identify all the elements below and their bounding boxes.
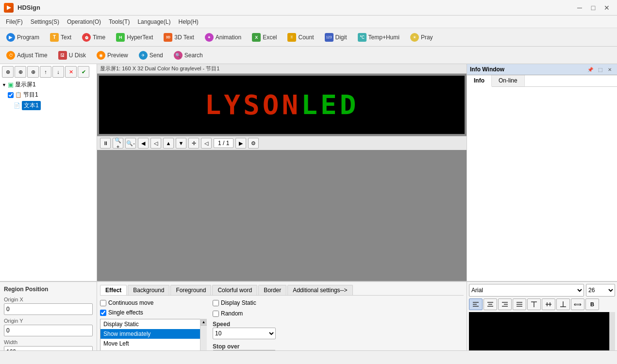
u-disk-button[interactable]: 🖫 U Disk <box>54 49 90 62</box>
info-close-button[interactable]: ✕ <box>605 66 614 73</box>
font-name-select[interactable]: Arial <box>469 284 584 297</box>
tree-btn-check[interactable]: ✔ <box>78 66 89 78</box>
info-tab-online[interactable]: On-line <box>492 75 525 86</box>
effect-item-move-left[interactable]: Move Left <box>100 339 206 348</box>
tree-btn-1[interactable]: ⊕ <box>2 66 14 78</box>
justify-icon <box>516 301 523 308</box>
text-icon: T <box>50 33 59 42</box>
prev-button[interactable]: ◀ <box>138 138 149 149</box>
menu-file[interactable]: File(F) <box>2 17 27 27</box>
center-panel: 显示屏1: 160 X 32 Dual Color No graylevel -… <box>97 64 467 281</box>
info-float-button[interactable]: ⬚ <box>596 66 604 73</box>
nav-move[interactable]: ✛ <box>188 138 199 149</box>
menu-operation[interactable]: Operation(O) <box>63 17 105 27</box>
menu-language[interactable]: Language(L) <box>133 17 174 27</box>
tree-node-label: 节目1 <box>23 91 38 99</box>
app-logo: ▶ <box>4 3 14 13</box>
toolbar-temphumi[interactable]: ℃ Temp+Humi <box>353 31 404 44</box>
nav-left[interactable]: ◁ <box>150 138 161 149</box>
speed-select[interactable]: 10 <box>213 328 276 339</box>
origin-x-input[interactable]: 0 <box>4 303 93 315</box>
close-button[interactable]: ✕ <box>600 3 613 12</box>
tab-colorful[interactable]: Colorful word <box>212 285 257 295</box>
toolbar-3dtext[interactable]: 3D 3D Text <box>159 31 198 44</box>
search-icon: 🔍 <box>174 51 183 60</box>
nav-up[interactable]: ▲ <box>163 138 174 149</box>
align-right-button[interactable] <box>498 298 512 310</box>
nav-down[interactable]: ▼ <box>176 138 186 149</box>
tab-border[interactable]: Border <box>258 285 286 295</box>
toolbar-program[interactable]: ▶ Program <box>2 31 44 44</box>
adjust-time-button[interactable]: ⏱ Adjust Time <box>2 49 52 62</box>
toolbar-count[interactable]: ⧖ Count <box>283 31 318 44</box>
origin-y-input[interactable]: 0 <box>4 325 93 336</box>
info-pin-button[interactable]: 📌 <box>586 66 595 73</box>
tree-node-checkbox[interactable] <box>8 92 14 98</box>
font-row: Arial 26 <box>469 284 615 297</box>
align-center-button[interactable] <box>484 298 497 310</box>
valign-middle-button[interactable] <box>542 298 555 310</box>
tree-node[interactable]: 📋 节目1 <box>8 90 95 100</box>
toolbar-excel[interactable]: X Excel <box>248 31 281 44</box>
tree-root[interactable]: ▼ ▣ 显示屏1 <box>2 80 95 90</box>
toolbar-animation[interactable]: ✦ Animation <box>200 31 246 44</box>
tree-toolbar: ⊕ ⊕ ⊕ ↑ ↓ ✕ ✔ <box>2 66 95 78</box>
toolbar-hypertext[interactable]: H HyperText <box>112 31 157 44</box>
tree-btn-4[interactable]: ↑ <box>40 66 51 78</box>
nav-next[interactable]: ▶ <box>235 138 246 149</box>
tab-additional[interactable]: Additional settings--> <box>287 285 352 295</box>
nav-settings[interactable]: ⚙ <box>248 138 259 149</box>
send-button[interactable]: ✈ Send <box>134 49 167 62</box>
tab-foreground[interactable]: Foreground <box>170 285 211 295</box>
maximize-button[interactable]: □ <box>587 3 600 12</box>
valign-bottom-button[interactable] <box>556 298 570 310</box>
tab-background[interactable]: Background <box>128 285 169 295</box>
display-info-text: 显示屏1: 160 X 32 Dual Color No graylevel -… <box>100 66 219 71</box>
preview-button[interactable]: ◉ Preview <box>92 49 133 62</box>
origin-y-label: Origin Y <box>4 318 93 324</box>
search-button[interactable]: 🔍 Search <box>169 49 207 62</box>
tree-btn-3[interactable]: ⊕ <box>27 66 39 78</box>
menu-tools[interactable]: Tools(T) <box>105 17 133 27</box>
pause-button[interactable]: ⏸ <box>100 138 111 149</box>
playback-controls: ⏸ 🔍+ 🔍- ◀ ◁ ▲ ▼ ✛ ◁ 1 / 1 ▶ ⚙ <box>97 136 467 150</box>
align-left-button[interactable] <box>469 298 483 310</box>
menu-settings[interactable]: Settings(S) <box>27 17 63 27</box>
tree-btn-2[interactable]: ⊕ <box>15 66 26 78</box>
toolbar-digit[interactable]: 123 Digit <box>320 31 351 44</box>
scroll-up-arrow[interactable]: ▲ <box>200 319 207 326</box>
toolbar-time[interactable]: ⏰ Time <box>78 31 110 44</box>
valign-top-button[interactable] <box>527 298 541 310</box>
bold-button[interactable]: B <box>585 298 599 310</box>
origin-y-group: Origin Y 0 <box>4 318 93 336</box>
menu-help[interactable]: Help(H) <box>174 17 202 27</box>
zoom-in-button[interactable]: 🔍+ <box>113 138 123 149</box>
digit-label: Digit <box>335 34 347 41</box>
display-static-checkbox[interactable] <box>213 300 219 306</box>
random-checkbox[interactable] <box>213 311 219 317</box>
font-size-select[interactable]: 26 <box>586 284 615 297</box>
minimize-button[interactable]: ─ <box>573 3 586 12</box>
tree-btn-5[interactable]: ↓ <box>52 66 64 78</box>
continuous-move-checkbox[interactable] <box>100 300 106 306</box>
led-lyson: LYSON <box>205 89 301 120</box>
led-led: LED <box>301 89 359 120</box>
tab-effect[interactable]: Effect <box>100 285 127 295</box>
display-canvas: LYSONLED <box>99 76 465 134</box>
main-toolbar: ▶ Program T Text ⏰ Time H HyperText 3D 3… <box>0 28 617 47</box>
toolbar-pray[interactable]: ☀ Pray <box>406 31 437 44</box>
effect-item-display-static[interactable]: Display Static <box>100 319 206 329</box>
info-tab-info[interactable]: Info <box>467 75 492 87</box>
tree-leaf[interactable]: 📄 文本1 <box>14 100 95 111</box>
toolbar-text[interactable]: T Text <box>46 31 76 44</box>
spread-button[interactable]: ⟺ <box>571 298 584 310</box>
digit-icon: 123 <box>325 33 334 42</box>
effect-item-show-immediately[interactable]: Show immediately <box>100 329 206 339</box>
nav-prev[interactable]: ◁ <box>201 138 212 149</box>
pray-icon: ☀ <box>410 33 419 42</box>
zoom-out-button[interactable]: 🔍- <box>125 138 136 149</box>
justify-button[interactable] <box>513 298 526 310</box>
single-effects-checkbox[interactable] <box>100 310 106 316</box>
tree-btn-delete[interactable]: ✕ <box>65 66 77 78</box>
3dtext-icon: 3D <box>164 33 172 42</box>
